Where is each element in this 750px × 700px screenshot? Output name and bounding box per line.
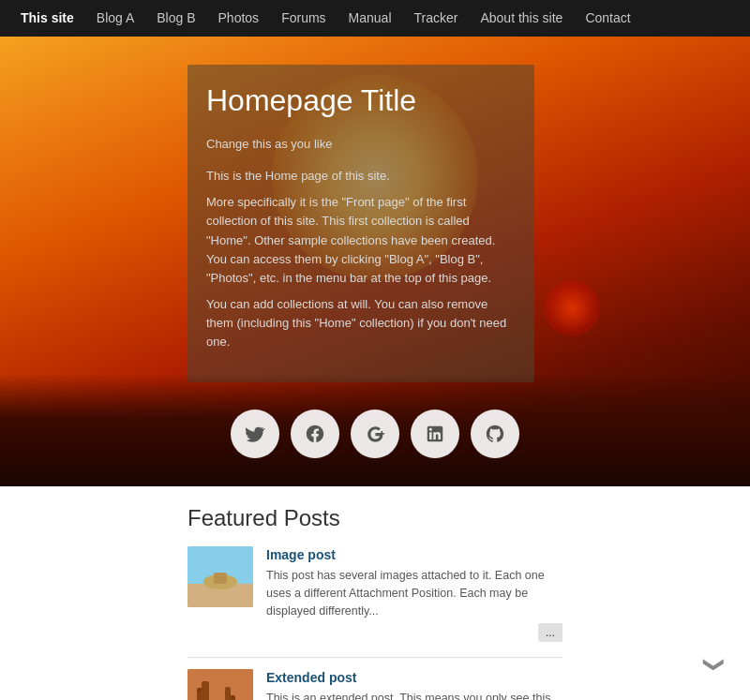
facebook-button[interactable] bbox=[291, 410, 339, 458]
github-icon bbox=[485, 424, 505, 444]
featured-title: Featured Posts bbox=[188, 505, 562, 531]
post-info-2: Extended post This is an extended post. … bbox=[266, 669, 562, 700]
featured-post-1: Image post This post has several images … bbox=[188, 546, 562, 642]
googleplus-icon bbox=[364, 423, 386, 445]
hero-content-box: Homepage Title Change this as you like T… bbox=[188, 65, 534, 382]
post-info-1: Image post This post has several images … bbox=[266, 546, 562, 642]
nav-item-about[interactable]: About this site bbox=[469, 0, 574, 37]
linkedin-icon bbox=[425, 424, 445, 444]
hero-paragraph3: You can add collections at will. You can… bbox=[206, 295, 516, 351]
hero-paragraph1: This is the Home page of this site. bbox=[206, 167, 516, 186]
twitter-icon bbox=[245, 424, 265, 444]
post-link-1[interactable]: Image post bbox=[266, 547, 336, 562]
nav-brand[interactable]: This site bbox=[9, 0, 85, 37]
nav-item-tracker[interactable]: Tracker bbox=[403, 0, 470, 37]
hero-tagline: Change this as you like bbox=[206, 135, 516, 154]
scroll-chevron[interactable]: ❯ bbox=[698, 648, 731, 681]
svg-rect-3 bbox=[214, 573, 227, 584]
post-divider bbox=[188, 657, 562, 658]
post-thumb-1 bbox=[188, 546, 253, 607]
lens-flare bbox=[544, 280, 600, 336]
featured-posts-section: Featured Posts Image post This post has … bbox=[0, 486, 750, 700]
post-desc-1: This post has several images attached to… bbox=[266, 567, 562, 619]
svg-rect-9 bbox=[227, 695, 235, 699]
homepage-title: Homepage Title bbox=[206, 83, 516, 118]
social-row bbox=[0, 410, 750, 458]
hero-paragraph2: More specifically it is the "Front page"… bbox=[206, 193, 516, 288]
post-desc-2: This is an extended post. This means you… bbox=[266, 690, 562, 700]
post-link-2[interactable]: Extended post bbox=[266, 670, 356, 685]
nav-item-blog-a[interactable]: Blog A bbox=[85, 0, 145, 37]
linkedin-button[interactable] bbox=[411, 410, 459, 458]
svg-rect-7 bbox=[197, 688, 208, 692]
main-nav: This site Blog A Blog B Photos Forums Ma… bbox=[0, 0, 750, 37]
nav-item-manual[interactable]: Manual bbox=[338, 0, 403, 37]
twitter-button[interactable] bbox=[231, 410, 279, 458]
post-more-btn-1[interactable]: ... bbox=[538, 623, 562, 642]
nav-item-forums[interactable]: Forums bbox=[270, 0, 337, 37]
featured-post-2: Extended post This is an extended post. … bbox=[188, 669, 562, 700]
hero-section: Homepage Title Change this as you like T… bbox=[0, 37, 750, 486]
nav-item-blog-b[interactable]: Blog B bbox=[145, 0, 206, 37]
nav-item-photos[interactable]: Photos bbox=[207, 0, 271, 37]
googleplus-button[interactable] bbox=[351, 410, 399, 458]
facebook-icon bbox=[305, 424, 325, 444]
post-thumb-2 bbox=[188, 669, 253, 700]
github-button[interactable] bbox=[471, 410, 519, 458]
nav-item-contact[interactable]: Contact bbox=[574, 0, 641, 37]
